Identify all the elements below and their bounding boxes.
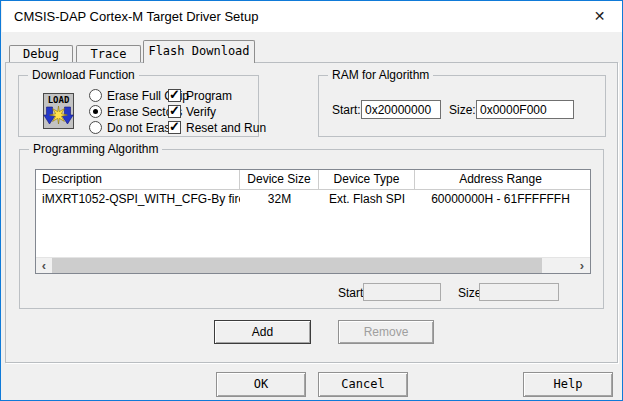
radio-do-not-erase-circle[interactable] xyxy=(89,121,102,134)
remove-button: Remove xyxy=(338,320,434,344)
radio-do-not-erase-label: Do not Erase xyxy=(107,121,177,135)
tab-flash-download[interactable]: Flash Download xyxy=(143,40,255,63)
flash-download-dialog: CMSIS-DAP Cortex-M Target Driver Setup ✕… xyxy=(0,0,623,401)
checkbox-program-label: Program xyxy=(186,89,232,103)
cell-device-size: 32M xyxy=(240,190,319,208)
radio-do-not-erase[interactable]: Do not Erase xyxy=(89,120,177,135)
table-row[interactable]: iMXRT1052-QSPI_WITH_CFG-By fire 32M Ext.… xyxy=(36,190,590,208)
scroll-left-icon[interactable]: ‹ xyxy=(36,258,52,273)
checkbox-verify-box[interactable] xyxy=(168,105,181,118)
tab-trace[interactable]: Trace xyxy=(76,45,141,62)
tab-debug-label: Debug xyxy=(23,47,59,61)
ram-size-input[interactable] xyxy=(476,100,574,119)
checkbox-program-box[interactable] xyxy=(168,89,181,102)
checkbox-program[interactable]: Program xyxy=(168,88,232,103)
checkbox-verify[interactable]: Verify xyxy=(168,104,216,119)
checkbox-reset-and-run-box[interactable] xyxy=(168,121,181,134)
col-header-description[interactable]: Description xyxy=(36,170,240,189)
close-icon: ✕ xyxy=(594,8,606,24)
col-header-device-type[interactable]: Device Type xyxy=(319,170,415,189)
scroll-right-icon[interactable]: › xyxy=(574,258,590,273)
col-header-address-range[interactable]: Address Range xyxy=(415,170,586,189)
checkbox-reset-and-run-label: Reset and Run xyxy=(186,121,266,135)
titlebar[interactable]: CMSIS-DAP Cortex-M Target Driver Setup xyxy=(2,1,622,32)
algo-size-input xyxy=(479,283,559,301)
algorithm-list-header: Description Device Size Device Type Addr… xyxy=(36,170,590,190)
tab-flash-download-label: Flash Download xyxy=(148,44,249,58)
add-button[interactable]: Add xyxy=(214,320,311,344)
algorithm-list[interactable]: Description Device Size Device Type Addr… xyxy=(35,169,591,274)
window-title: CMSIS-DAP Cortex-M Target Driver Setup xyxy=(2,9,258,24)
svg-text:LOAD: LOAD xyxy=(48,95,70,105)
tab-trace-label: Trace xyxy=(90,47,126,61)
cell-device-type: Ext. Flash SPI xyxy=(319,190,415,208)
horizontal-scrollbar[interactable]: ‹ › xyxy=(36,257,590,273)
scrollbar-thumb[interactable] xyxy=(52,258,542,273)
programming-algorithm-group-label: Programming Algorithm xyxy=(29,142,162,156)
checkbox-verify-label: Verify xyxy=(186,105,216,119)
download-function-group-label: Download Function xyxy=(28,68,139,82)
load-icon: LOAD xyxy=(43,93,74,129)
cell-description: iMXRT1052-QSPI_WITH_CFG-By fire xyxy=(36,190,240,208)
ram-start-input[interactable] xyxy=(361,100,441,119)
cell-address-range: 60000000H - 61FFFFFFH xyxy=(415,190,586,208)
help-button[interactable]: Help xyxy=(523,372,613,397)
algo-start-input xyxy=(363,283,441,301)
ok-button[interactable]: OK xyxy=(216,372,306,397)
col-header-device-size[interactable]: Device Size xyxy=(240,170,319,189)
ram-start-label: Start: xyxy=(332,103,361,117)
ram-size-label: Size: xyxy=(449,103,476,117)
close-button[interactable]: ✕ xyxy=(577,1,622,31)
checkbox-reset-and-run[interactable]: Reset and Run xyxy=(168,120,266,135)
radio-erase-sectors-circle[interactable] xyxy=(89,105,102,118)
tab-debug[interactable]: Debug xyxy=(9,45,73,62)
cancel-button[interactable]: Cancel xyxy=(318,372,408,397)
ram-for-algorithm-group-label: RAM for Algorithm xyxy=(328,68,433,82)
radio-erase-full-chip-circle[interactable] xyxy=(89,89,102,102)
